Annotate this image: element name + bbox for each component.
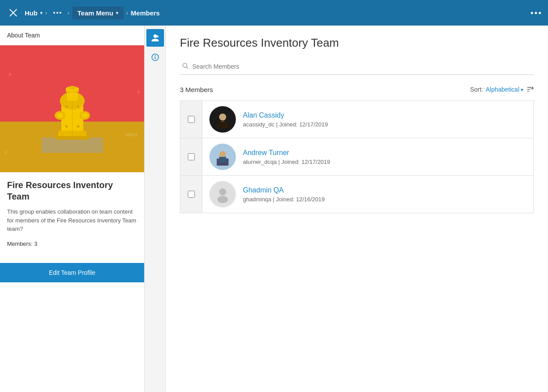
member-meta: aturner_dcqa | Joined: 12/17/2019 [243, 159, 533, 165]
watermark-3: alamy [126, 132, 138, 137]
svg-point-12 [82, 113, 88, 118]
member-select-checkbox[interactable] [188, 116, 195, 123]
watermark-2: a [137, 89, 140, 94]
svg-text:+: + [156, 35, 157, 37]
hub-label: Hub [25, 9, 37, 17]
svg-point-39 [219, 189, 226, 196]
page-title: Fire Resources Inventory Team [180, 36, 534, 50]
team-menu-chevron-icon: ▾ [116, 11, 118, 15]
sort-value-button[interactable]: Alphabetical [486, 86, 523, 93]
watermark-4: a [4, 150, 7, 155]
svg-point-18 [77, 125, 79, 128]
svg-point-40 [217, 196, 228, 203]
member-list: Alan Cassidy acassidy_dc | Joined: 12/17… [180, 100, 534, 213]
members-icon-nav[interactable]: + [146, 29, 164, 47]
search-members-input[interactable] [192, 63, 532, 70]
svg-rect-14 [56, 136, 89, 140]
about-team-header: About Team [0, 26, 144, 45]
close-nav-button[interactable] [7, 7, 19, 19]
member-checkbox-area [180, 176, 202, 213]
svg-point-17 [65, 125, 68, 128]
member-select-checkbox[interactable] [188, 153, 195, 160]
avatar [209, 106, 236, 133]
members-count-sidebar: Members: 3 [7, 240, 137, 247]
top-nav: Hub ▾ › › Team Menu ▾ › Members [0, 0, 548, 26]
member-checkbox-area [180, 138, 202, 175]
sort-control: Sort: Alphabetical [470, 85, 534, 93]
sort-chevron-icon [521, 86, 523, 93]
svg-rect-33 [217, 122, 228, 128]
team-menu-label: Team Menu [78, 9, 113, 17]
table-row: Andrew Turner aturner_dcqa | Joined: 12/… [180, 138, 534, 176]
table-row: Ghadmin QA ghadminqa | Joined: 12/16/201… [180, 175, 534, 213]
team-menu-nav-item[interactable]: Team Menu ▾ [72, 7, 123, 19]
member-name[interactable]: Ghadmin QA [243, 186, 533, 194]
hub-nav-item[interactable]: Hub ▾ [25, 9, 42, 17]
svg-rect-5 [67, 91, 78, 101]
sort-direction-icon[interactable] [526, 85, 534, 93]
nav-separator-3: › [126, 9, 128, 16]
team-name: Fire Resources Inventory Team [7, 179, 137, 202]
member-meta: ghadminqa | Joined: 12/16/2019 [243, 196, 533, 203]
members-count-label: 3 Members [180, 86, 213, 93]
member-name[interactable]: Alan Cassidy [243, 111, 533, 119]
svg-rect-38 [219, 157, 226, 163]
edit-team-profile-button[interactable]: Edit Team Profile [0, 263, 144, 282]
svg-point-15 [65, 105, 68, 108]
hub-chevron-icon: ▾ [40, 11, 42, 15]
team-description: This group enables collaboration on team… [7, 207, 137, 233]
sort-label: Sort: [470, 86, 483, 93]
svg-point-8 [69, 86, 76, 89]
table-row: Alan Cassidy acassidy_dc | Joined: 12/17… [180, 100, 534, 138]
sort-value-text: Alphabetical [486, 86, 519, 93]
fire-hydrant-image [41, 65, 103, 153]
avatar [209, 181, 236, 207]
member-select-checkbox[interactable] [188, 191, 195, 198]
svg-line-26 [186, 67, 188, 69]
team-image: a a alamy a [0, 45, 144, 172]
member-info: Alan Cassidy acassidy_dc | Joined: 12/17… [243, 106, 533, 133]
main-content: Fire Resources Inventory Team 3 Members … [166, 26, 548, 392]
search-bar [180, 59, 534, 75]
nav-separator-2: › [67, 9, 70, 16]
svg-rect-2 [41, 137, 103, 153]
icon-nav: + [145, 26, 166, 392]
left-sidebar: About Team a a alamy a [0, 26, 145, 392]
nav-overflow-button[interactable] [531, 12, 541, 14]
team-info: Fire Resources Inventory Team This group… [0, 172, 144, 263]
nav-breadcrumb-dots[interactable] [50, 10, 65, 15]
main-layout: About Team a a alamy a [0, 26, 548, 392]
member-checkbox-area [180, 101, 202, 138]
members-header: 3 Members Sort: Alphabetical [180, 85, 534, 93]
member-meta: acassidy_dc | Joined: 12/17/2019 [243, 121, 533, 128]
svg-point-16 [77, 105, 79, 108]
member-name[interactable]: Andrew Turner [243, 149, 533, 157]
svg-point-10 [57, 113, 63, 118]
member-info: Andrew Turner aturner_dcqa | Joined: 12/… [243, 144, 533, 170]
info-icon-nav[interactable] [146, 48, 164, 66]
watermark-1: a [9, 72, 11, 77]
members-label: Members [131, 9, 160, 17]
svg-point-31 [219, 114, 226, 121]
svg-point-25 [183, 63, 187, 67]
members-nav-item: Members [131, 9, 160, 17]
search-icon [182, 62, 189, 71]
nav-separator-1: › [45, 9, 47, 16]
avatar [209, 144, 236, 170]
member-info: Ghadmin QA ghadminqa | Joined: 12/16/201… [243, 181, 533, 208]
